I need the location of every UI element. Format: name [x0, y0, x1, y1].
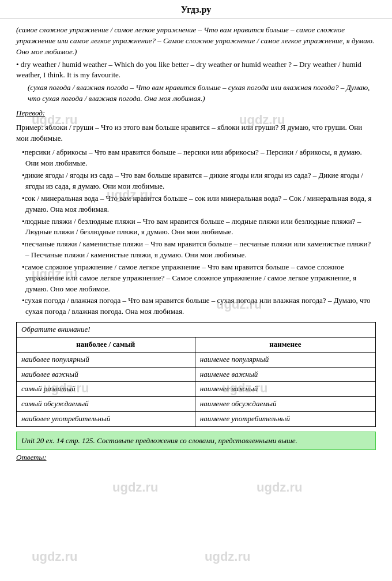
- bullet-item-7: •сухая погода / влажная погода – Что вам…: [22, 295, 376, 317]
- table-header-row: наиболее / самый наименее: [17, 337, 376, 352]
- watermark-9: ugdz.ru: [257, 480, 302, 495]
- reference-table: Обратите внимание! наиболее / самый наим…: [16, 322, 376, 427]
- intro-italic-block: (самое сложное упражнение / самое легкое…: [16, 25, 376, 58]
- table-note-row: Обратите внимание!: [17, 323, 376, 338]
- table-cell-col2: наименее употребительный: [195, 412, 375, 427]
- watermark-8: ugdz.ru: [112, 480, 158, 495]
- bullet-item-6: •самое сложное упражнение / самое легкое…: [22, 262, 376, 295]
- table-cell-col2: наименее важный: [195, 382, 375, 397]
- table-cell-col1: наиболее важный: [17, 367, 195, 382]
- table-cell-col1: самый обсуждаемый: [17, 397, 195, 412]
- table-row: самый развитый наименее важный: [17, 382, 376, 397]
- bullet-item-5: •песчаные пляжи / каменистые пляжи – Что…: [22, 239, 376, 261]
- table-row: наиболее употребительный наименее употре…: [17, 412, 376, 427]
- bullet-dry-weather: • dry weather / humid weather – Which do…: [16, 59, 376, 81]
- table-row: наиболее важный наименее важный: [17, 367, 376, 382]
- example-text: Пример: яблоки / груши – Что из этого ва…: [16, 122, 376, 144]
- table-cell-col2: наименее важный: [195, 367, 375, 382]
- watermark-11: ugdz.ru: [205, 549, 250, 564]
- watermark-10: ugdz.ru: [32, 549, 77, 564]
- bullet-item-1: •персики / абрикосы – Что вам нравится б…: [22, 147, 376, 169]
- table-row: самый обсуждаемый наименее обсуждаемый: [17, 397, 376, 412]
- italic-dry-weather: (сухая погода / влажная погода – Что вам…: [28, 83, 376, 104]
- table-cell-col1: наиболее употребительный: [17, 412, 195, 427]
- table-header-col2: наименее: [195, 337, 375, 352]
- green-highlight-box: Unit 20 ex. 14 стр. 125. Составьте предл…: [16, 432, 376, 450]
- table-cell-col1: наиболее популярный: [17, 352, 195, 367]
- bullet-item-3: •сок / минеральная вода – Что вам нравит…: [22, 193, 376, 215]
- answers-label: Ответы:: [16, 452, 376, 463]
- table-row: наиболее популярный наименее популярный: [17, 352, 376, 367]
- table-cell-col2: наименее обсуждаемый: [195, 397, 375, 412]
- page-header: Угдз.ру: [0, 0, 392, 19]
- perevod-label: Перевод:: [16, 108, 376, 119]
- table-cell-col2: наименее популярный: [195, 352, 375, 367]
- bullet-item-2: •дикие ягоды / ягоды из сада – Что вам б…: [22, 170, 376, 192]
- table-cell-col1: самый развитый: [17, 382, 195, 397]
- table-note-cell: Обратите внимание!: [17, 323, 376, 338]
- bullet-item-4: •людные пляжи / безлюдные пляжи – Что ва…: [22, 216, 376, 238]
- table-header-col1: наиболее / самый: [17, 337, 195, 352]
